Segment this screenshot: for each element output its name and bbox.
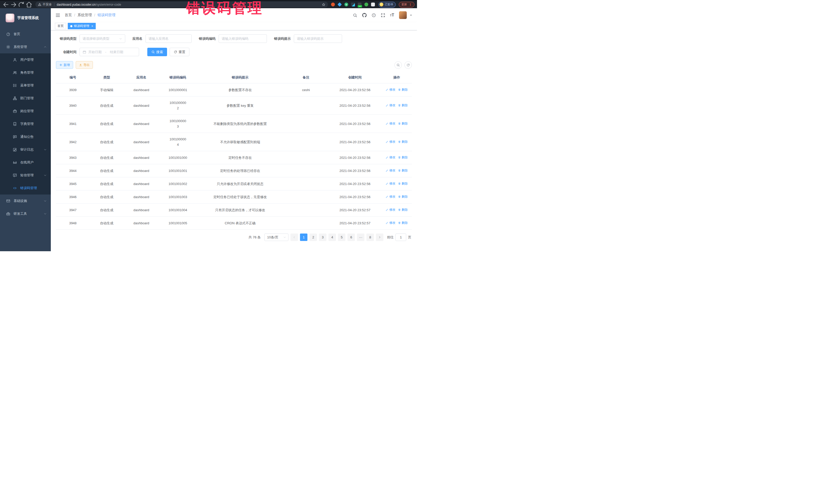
table-row: 3940自动生成dashboard1001000002参数配置 key 重复20… (56, 96, 412, 115)
delete-link[interactable]: 删除 (398, 121, 408, 126)
sidebar-item-dept[interactable]: 部门管理 (0, 92, 51, 105)
delete-link[interactable]: 删除 (398, 168, 408, 173)
sidebar-item-user[interactable]: 用户管理 (0, 53, 51, 66)
extension-icon[interactable] (365, 3, 368, 6)
edit-link[interactable]: 修改 (386, 207, 395, 213)
chevron-down-icon (44, 148, 47, 151)
browser-menu-icon[interactable]: ⋮ (409, 3, 412, 6)
reload-icon[interactable] (18, 2, 25, 8)
page-button-3[interactable]: 3 (319, 234, 326, 241)
delete-link[interactable]: 删除 (398, 207, 408, 213)
goto-page-input[interactable] (395, 234, 406, 241)
tag-home[interactable]: 首页 (55, 23, 66, 29)
home-icon[interactable] (26, 2, 32, 8)
refresh-table-button[interactable] (404, 61, 412, 69)
sidebar-item-label: 研发工具 (14, 212, 27, 216)
sidebar-item-infra[interactable]: 基础设施 (0, 195, 51, 207)
sidebar-item-home[interactable]: 首页 (0, 28, 51, 41)
sidebar-item-dev-tools[interactable]: 研发工具 (0, 207, 51, 220)
date-range-picker[interactable]: 开始日期 - 结束日期 (80, 48, 139, 56)
edit-link[interactable]: 修改 (386, 220, 395, 225)
search-button[interactable]: 搜索 (147, 48, 167, 56)
not-secure-badge[interactable]: 不安全 (38, 2, 52, 7)
delete-link[interactable]: 删除 (398, 87, 408, 92)
back-icon[interactable] (3, 2, 9, 8)
help-icon[interactable]: ? (372, 13, 376, 18)
sidebar-item-post[interactable]: 岗位管理 (0, 105, 51, 117)
edit-link[interactable]: 修改 (386, 168, 395, 173)
font-size-icon[interactable]: TT (390, 13, 394, 17)
sidebar-item-role[interactable]: 角色管理 (0, 66, 51, 79)
export-button[interactable]: 导出 (76, 61, 93, 69)
table-toolbar: 新增 导出 (56, 61, 412, 69)
hamburger-icon[interactable] (56, 13, 60, 18)
sidebar-item-system[interactable]: 系统管理 (0, 41, 51, 53)
edit-link[interactable]: 修改 (386, 194, 395, 199)
sidebar-item-label: 系统管理 (14, 45, 27, 49)
bookmark-star-icon[interactable] (322, 3, 325, 6)
error-msg-input[interactable] (294, 35, 342, 43)
toggle-search-button[interactable] (394, 61, 402, 69)
sidebar-item-online-user[interactable]: 在线用户 (0, 156, 51, 169)
extension-icon[interactable]: V (344, 3, 348, 6)
puzzle-extensions-icon[interactable] (371, 3, 375, 6)
edit-link[interactable]: 修改 (386, 181, 395, 186)
edit-link[interactable]: 修改 (386, 121, 395, 126)
edit-link[interactable]: 修改 (386, 87, 395, 92)
browser-update-button[interactable]: 更新 ⋮ (399, 2, 414, 7)
search-icon[interactable] (353, 13, 357, 18)
sidebar-item-sms[interactable]: 短信管理 (0, 169, 51, 182)
add-button[interactable]: 新增 (56, 61, 73, 69)
page-button-8[interactable]: 8 (367, 234, 374, 241)
sync-paused-label: 已暂停 (385, 3, 393, 6)
code-icon (13, 186, 17, 190)
edit-link[interactable]: 修改 (386, 155, 395, 160)
next-page-button[interactable] (376, 234, 383, 241)
delete-link[interactable]: 删除 (398, 181, 408, 186)
edit-link[interactable]: 修改 (386, 103, 395, 108)
github-icon[interactable] (362, 13, 367, 18)
page-button-5[interactable]: 5 (338, 234, 345, 241)
table-row: 3941自动生成dashboard1001000003不能删除类型为系统内置的参… (56, 115, 412, 133)
extension-icon[interactable] (337, 2, 342, 7)
sidebar-item-audit-log[interactable]: 审计日志 (0, 143, 51, 156)
trash-icon (398, 195, 401, 198)
delete-link[interactable]: 删除 (398, 103, 408, 108)
page-size-select[interactable]: 10条/页 (264, 234, 288, 241)
close-icon[interactable]: × (91, 24, 93, 28)
fullscreen-icon[interactable] (381, 13, 385, 18)
page-button-2[interactable]: 2 (309, 234, 317, 241)
extension-icon[interactable] (358, 3, 361, 6)
page-ellipsis[interactable]: ··· (357, 234, 365, 241)
address-bar[interactable]: 不安全 dashboard.yudao.iocoder.cn/system/er… (36, 2, 328, 7)
app-name-input[interactable] (146, 35, 192, 43)
sidebar-item-menu[interactable]: 菜单管理 (0, 79, 51, 92)
sidebar-item-notice[interactable]: 通知公告 (0, 130, 51, 143)
breadcrumb-system[interactable]: 系统管理 (78, 13, 92, 18)
extension-icon[interactable] (351, 3, 355, 6)
delete-link[interactable]: 删除 (398, 220, 408, 225)
table-row: 3946自动生成dashboard1001001003定时任务已经处于该状态，无… (56, 191, 412, 203)
user-avatar[interactable] (399, 11, 407, 19)
error-code-input[interactable] (219, 35, 267, 43)
tag-error-code[interactable]: 错误码管理 × (68, 23, 96, 29)
page-button-6[interactable]: 6 (348, 234, 355, 241)
sidebar-item-error-code[interactable]: 错误码管理 (0, 182, 51, 195)
page-button-4[interactable]: 4 (328, 234, 336, 241)
breadcrumb-home[interactable]: 首页 (65, 13, 72, 18)
page-button-1[interactable]: 1 (300, 234, 307, 241)
chevron-down-icon[interactable] (410, 14, 412, 17)
delete-link[interactable]: 删除 (398, 139, 408, 145)
error-type-select[interactable]: 请选择错误码类型 (80, 35, 125, 43)
delete-link[interactable]: 删除 (398, 155, 408, 160)
sidebar-item-dict[interactable]: 字典管理 (0, 117, 51, 130)
delete-link[interactable]: 删除 (398, 194, 408, 199)
extension-icon[interactable] (331, 3, 335, 6)
cell-time: 2021-04-20 23:52:56 (328, 96, 381, 115)
prev-page-button[interactable] (290, 234, 298, 241)
cell-time: 2021-04-20 23:52:57 (328, 203, 381, 217)
edit-link[interactable]: 修改 (386, 139, 395, 145)
reset-button[interactable]: 重置 (170, 48, 190, 56)
profile-chip[interactable]: 已暂停 (378, 2, 396, 7)
forward-icon[interactable] (10, 2, 17, 8)
